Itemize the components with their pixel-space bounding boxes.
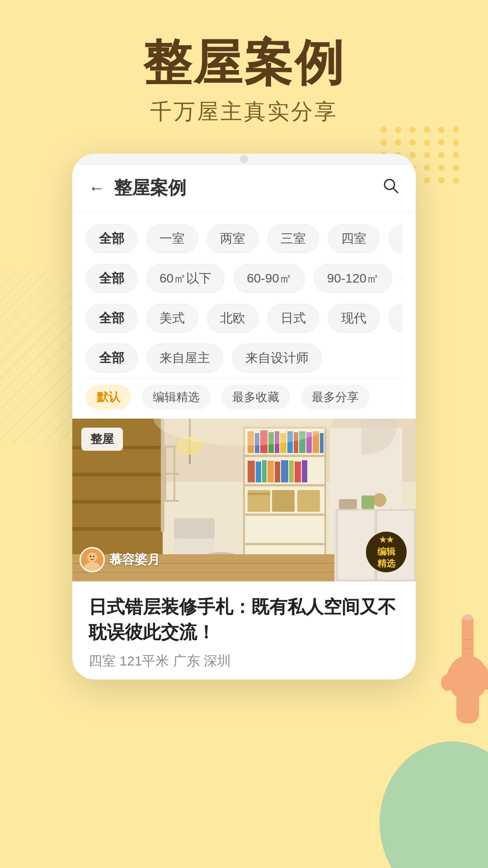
filter-chip-all-source[interactable]: 全部 xyxy=(86,344,137,373)
filter-chip-american[interactable]: 美式 xyxy=(146,304,198,333)
svg-rect-50 xyxy=(297,490,320,512)
svg-point-73 xyxy=(87,552,97,562)
svg-point-70 xyxy=(373,493,386,507)
filter-chip-from-designer[interactable]: 来自设计师 xyxy=(232,344,322,373)
phone-camera xyxy=(240,155,248,163)
filter-chip-japanese[interactable]: 日式 xyxy=(267,304,319,333)
filter-chip-nordic[interactable]: 北欧 xyxy=(207,304,258,333)
filter-chip-60below[interactable]: 60㎡以下 xyxy=(146,264,225,293)
sort-most-shared[interactable]: 最多分享 xyxy=(301,385,370,410)
editor-badge-stars: ★★ xyxy=(379,535,394,545)
filter-chip-1room[interactable]: 一室 xyxy=(146,224,198,253)
sort-row: 默认 编辑精选 最多收藏 最多分享 xyxy=(86,378,402,411)
sort-editor-picks[interactable]: 编辑精选 xyxy=(142,385,211,410)
app-header: ← 整屋案例 xyxy=(72,165,416,212)
user-info: 慕容婆月 xyxy=(80,547,160,572)
svg-rect-17 xyxy=(164,446,166,473)
background-lines xyxy=(0,271,72,443)
filter-chip-all-area[interactable]: 全部 xyxy=(86,264,137,293)
svg-rect-37 xyxy=(320,433,324,453)
card-title: 日式错层装修手札：既有私人空间又不耽误彼此交流！ xyxy=(89,594,399,645)
hand-pointer-illustration xyxy=(429,606,488,723)
filter-chip-120plus[interactable]: 120- xyxy=(401,265,402,292)
user-avatar xyxy=(80,547,105,572)
card-tag: 整屋 xyxy=(81,428,123,451)
svg-rect-40 xyxy=(262,460,267,482)
svg-rect-15 xyxy=(161,473,179,475)
svg-rect-55 xyxy=(174,518,215,538)
svg-rect-43 xyxy=(281,460,288,482)
svg-rect-45 xyxy=(295,462,301,482)
svg-rect-16 xyxy=(161,500,179,502)
filter-chip-3room[interactable]: 三室 xyxy=(267,224,319,253)
svg-rect-18 xyxy=(174,446,175,473)
svg-rect-46 xyxy=(302,460,307,482)
filter-chip-5room[interactable]: 五室 xyxy=(389,224,402,253)
svg-point-2 xyxy=(380,741,488,868)
card-image: 整屋 慕容婆月 xyxy=(72,419,416,581)
svg-rect-11 xyxy=(72,527,163,531)
sub-title: 千万屋主真实分享 xyxy=(0,97,488,126)
svg-rect-24 xyxy=(244,514,325,516)
svg-rect-69 xyxy=(361,495,374,509)
svg-rect-23 xyxy=(244,484,325,486)
filter-chip-modern[interactable]: 现代 xyxy=(328,304,380,333)
card-meta: 四室 121平米 广东 深圳 xyxy=(89,652,399,670)
svg-rect-14 xyxy=(161,446,179,448)
filter-row-source: 全部 来自屋主 来自设计师 xyxy=(86,338,402,378)
card-content: 日式错层装修手札：既有私人空间又不耽误彼此交流！ 四室 121平米 广东 深圳 xyxy=(72,581,416,679)
svg-rect-9 xyxy=(72,473,163,476)
search-icon[interactable] xyxy=(382,177,399,198)
app-title: 整屋案例 xyxy=(114,175,382,200)
filter-chip-4room[interactable]: 四室 xyxy=(328,224,380,253)
svg-rect-1 xyxy=(0,271,72,443)
phone-notch xyxy=(72,154,416,165)
svg-point-80 xyxy=(463,614,473,621)
filter-row-style: 全部 美式 北欧 日式 现代 复古 xyxy=(86,298,402,338)
main-title: 整屋案例 xyxy=(0,36,488,90)
svg-point-76 xyxy=(93,556,95,557)
svg-line-4 xyxy=(393,188,398,193)
svg-rect-25 xyxy=(244,543,325,545)
svg-rect-13 xyxy=(161,419,164,532)
filter-chip-all-rooms[interactable]: 全部 xyxy=(86,224,137,253)
editor-badge-line2: 精选 xyxy=(377,557,395,569)
back-button[interactable]: ← xyxy=(89,179,105,198)
editor-badge: ★★ 编辑 精选 xyxy=(366,532,407,572)
svg-rect-68 xyxy=(339,499,357,509)
filter-section: 全部 一室 两室 三室 四室 五室 全部 60㎡以下 60-90㎡ 90-120… xyxy=(72,212,416,419)
svg-point-85 xyxy=(441,675,454,691)
svg-rect-38 xyxy=(248,461,255,482)
phone-mockup: ← 整屋案例 全部 一室 两室 三室 四室 五室 全部 60㎡以下 60-90㎡… xyxy=(72,154,416,679)
svg-rect-48 xyxy=(248,493,270,495)
filter-chip-from-owner[interactable]: 来自屋主 xyxy=(146,344,223,373)
svg-rect-10 xyxy=(72,500,163,504)
svg-rect-22 xyxy=(244,455,325,457)
filter-chip-60-90[interactable]: 60-90㎡ xyxy=(234,264,305,293)
filter-chip-2room[interactable]: 两室 xyxy=(207,224,258,253)
svg-rect-49 xyxy=(272,490,295,512)
editor-badge-line1: 编辑 xyxy=(377,546,395,557)
svg-rect-39 xyxy=(256,462,261,482)
svg-rect-42 xyxy=(275,462,280,482)
filter-chip-90-120[interactable]: 90-120㎡ xyxy=(314,264,392,293)
sort-default[interactable]: 默认 xyxy=(86,385,131,410)
background-green-shape xyxy=(371,732,488,868)
filter-row-area: 全部 60㎡以下 60-90㎡ 90-120㎡ 120- xyxy=(86,259,402,298)
header-area: 整屋案例 千万屋主真实分享 xyxy=(0,36,488,126)
content-card[interactable]: 整屋 慕容婆月 xyxy=(72,419,416,679)
filter-row-rooms: 全部 一室 两室 三室 四室 五室 xyxy=(86,219,402,259)
sort-most-saved[interactable]: 最多收藏 xyxy=(221,385,290,410)
filter-chip-all-style[interactable]: 全部 xyxy=(86,304,137,333)
svg-rect-41 xyxy=(267,461,274,482)
user-name: 慕容婆月 xyxy=(109,551,160,568)
svg-rect-44 xyxy=(289,461,294,482)
svg-rect-20 xyxy=(174,473,175,500)
svg-rect-19 xyxy=(164,473,166,500)
filter-chip-vintage[interactable]: 复古 xyxy=(389,304,402,333)
svg-point-75 xyxy=(90,556,92,557)
